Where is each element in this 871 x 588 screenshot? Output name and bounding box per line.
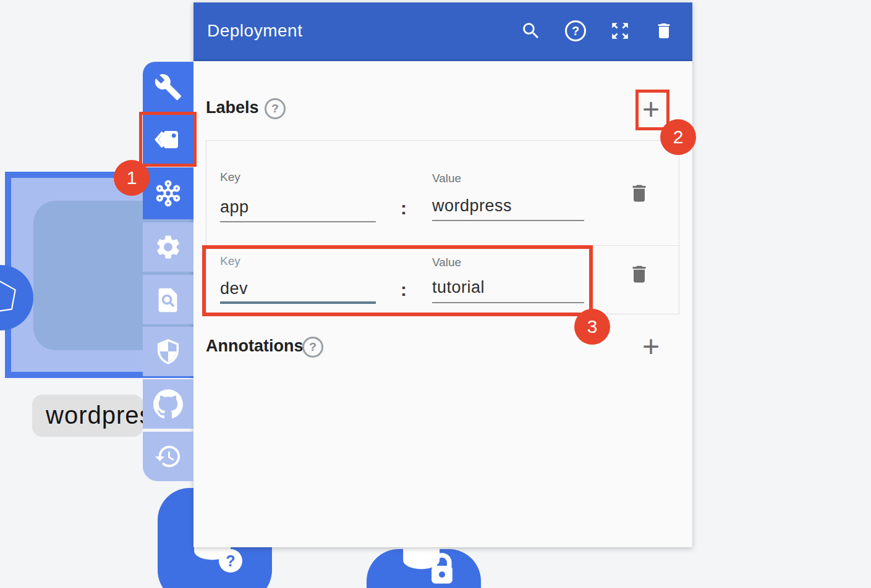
- node-label: wordpress: [32, 395, 143, 437]
- database-node-locked[interactable]: [367, 549, 481, 588]
- history-icon: [154, 442, 182, 471]
- value-field-label: Value: [432, 172, 461, 185]
- value-input[interactable]: wordpress: [432, 196, 512, 216]
- header-actions: ?: [520, 20, 674, 41]
- add-annotation-button[interactable]: +: [642, 334, 660, 359]
- step1-highlight-box: [139, 112, 197, 167]
- labels-help-icon[interactable]: ?: [265, 98, 286, 119]
- lock-icon: [425, 552, 459, 586]
- key-underline: [220, 221, 376, 222]
- hub-icon: [153, 178, 184, 209]
- delete-row-button[interactable]: [628, 182, 650, 204]
- step3-highlight-box: [202, 245, 593, 316]
- help-icon[interactable]: ?: [565, 20, 586, 41]
- github-icon: [153, 389, 183, 419]
- annotations-section-title: Annotations: [206, 337, 303, 356]
- delete-icon[interactable]: [654, 21, 674, 41]
- toolbar-item-github[interactable]: [143, 379, 193, 429]
- pentagon-icon: [0, 269, 30, 327]
- app-canvas: wordpress ?: [0, 0, 871, 588]
- step3-badge: 3: [574, 309, 610, 345]
- toolbar-item-network[interactable]: [143, 167, 193, 219]
- toolbar-item-history[interactable]: [143, 432, 193, 481]
- labels-section-title: Labels: [206, 98, 259, 117]
- gear-icon: [154, 233, 182, 261]
- question-badge: ?: [219, 549, 242, 573]
- step2-highlight-box: [635, 90, 669, 130]
- toolbar-item-build[interactable]: [143, 62, 193, 112]
- key-field-label: Key: [220, 170, 240, 184]
- delete-row-button[interactable]: [628, 263, 650, 285]
- panel-header: Deployment ?: [193, 2, 692, 61]
- toolbar-item-inspect[interactable]: [143, 275, 193, 324]
- wrench-icon: [154, 73, 182, 101]
- value-underline: [432, 220, 584, 221]
- toolbar-item-settings[interactable]: [143, 222, 193, 272]
- step2-badge: 2: [660, 119, 696, 155]
- document-search-icon: [154, 285, 182, 314]
- search-icon[interactable]: [520, 20, 542, 41]
- shield-icon: [154, 337, 182, 366]
- expand-icon[interactable]: [610, 20, 631, 41]
- key-input[interactable]: app: [220, 198, 249, 217]
- colon-separator: :: [401, 198, 407, 219]
- annotations-help-icon[interactable]: ?: [302, 337, 323, 358]
- toolbar-item-security[interactable]: [143, 327, 193, 376]
- panel-title: Deployment: [207, 21, 302, 41]
- step1-badge: 1: [114, 160, 150, 196]
